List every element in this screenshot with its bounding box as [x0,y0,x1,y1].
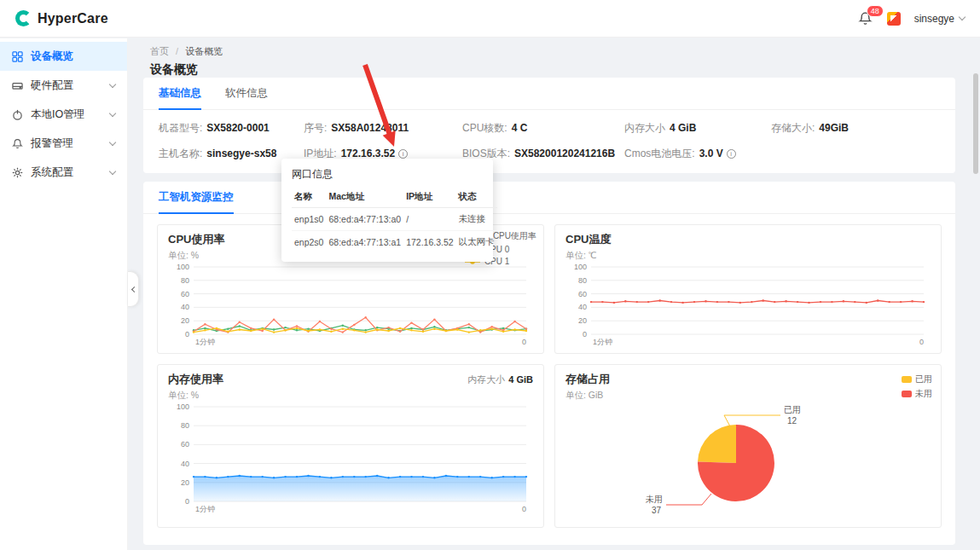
svg-text:0: 0 [522,505,526,513]
sidebar-item-local-io[interactable]: 本地IO管理 [0,100,127,129]
svg-text:0: 0 [522,338,526,346]
svg-text:0: 0 [185,497,189,506]
svg-text:40: 40 [181,460,189,468]
svg-text:20: 20 [181,316,189,325]
device-info-fields: 机器型号:SX5820-0001 序号:SX58A01248011 CPU核数:… [143,110,955,172]
topbar-right: 48 sinsegye [858,11,965,26]
storage-usage-chart-panel: 存储占用 单位: GiB 已用未用 已用12未用37 [554,364,942,528]
alarm-bell-icon [12,138,23,149]
svg-text:1分钟: 1分钟 [195,505,215,513]
sidebar-item-label: 本地IO管理 [31,107,84,122]
svg-text:1分钟: 1分钟 [593,338,612,346]
notifications-button[interactable]: 48 [858,11,873,26]
info-card-tabs: 基础信息 软件信息 [143,78,955,110]
popover-title: 网口信息 [292,167,483,182]
memory-usage-chart-panel: 内存使用率 内存大小4 GiB 单位: % 0204060801001分钟0 [157,364,544,528]
sidebar: 设备概览 硬件配置 本地IO管理 报警管理 [0,38,128,550]
svg-text:60: 60 [181,290,189,298]
charts-grid: CPU使用率 单位: % 总CPU使用率CPU 0CPU 1 020406080… [143,214,955,538]
cpu-usage-chart: 0204060801001分钟0 [168,262,533,347]
svg-text:未用: 未用 [645,495,663,504]
col-name: 名称 [292,187,326,208]
storage-pie-chart: 已用12未用37 [565,402,931,521]
sidebar-item-system-config[interactable]: 系统配置 [0,158,127,187]
field-cmos-voltage: Cmos电池电压:3.0 V [624,147,771,161]
svg-text:100: 100 [177,402,189,411]
svg-text:20: 20 [578,316,587,325]
breadcrumb-separator: / [176,46,178,56]
svg-text:1分钟: 1分钟 [195,338,215,346]
info-icon[interactable] [727,149,736,159]
info-icon[interactable] [398,149,408,159]
chevron-left-icon [130,286,136,292]
sidebar-item-label: 硬件配置 [31,78,73,93]
chevron-down-icon [109,109,116,116]
field-memory-size: 内存大小4 GiB [624,121,771,136]
svg-text:60: 60 [578,290,587,298]
cpu-temp-chart-panel: CPU温度 单位: ℃ 0204060801001分钟0 [554,224,942,354]
chevron-down-icon [109,167,116,174]
chart-title: CPU温度 [565,232,611,247]
org-logo-icon [887,12,901,26]
col-status: 状态 [456,187,497,208]
appstore-icon [12,51,23,62]
breadcrumb-home[interactable]: 首页 [150,46,169,56]
sidebar-item-hardware-config[interactable]: 硬件配置 [0,71,127,100]
col-mac: Mac地址 [326,187,403,208]
hard-drive-icon [12,80,23,91]
page-title: 设备概览 [150,62,980,78]
brand[interactable]: HyperCare [15,10,108,26]
monitor-card-tabs: 工智机资源监控 [143,182,955,214]
svg-text:80: 80 [578,276,587,285]
username: sinsegye [914,13,954,25]
sidebar-collapse-handle[interactable] [128,271,139,307]
svg-text:37: 37 [652,506,662,515]
svg-text:已用: 已用 [784,405,801,414]
hypercare-logo-icon [15,10,32,26]
brand-name: HyperCare [38,11,108,26]
sidebar-item-label: 设备概览 [31,49,73,64]
field-storage-size: 存储大小:49GiB [771,121,940,136]
sidebar-item-device-overview[interactable]: 设备概览 [0,42,127,71]
chart-unit: 单位: ℃ [565,250,931,262]
svg-text:12: 12 [787,416,797,426]
storage-legend: 已用未用 [902,373,932,400]
svg-text:0: 0 [583,330,587,339]
network-port-popover: 网口信息 名称 Mac地址 IP地址 状态 enp1s0 68:ed:a4:77… [281,159,493,262]
cpu-temp-chart: 0204060801001分钟0 [565,262,931,347]
svg-text:0: 0 [919,338,924,346]
chart-unit: 单位: GiB [565,390,931,402]
io-power-icon [12,109,23,120]
tab-resource-monitor[interactable]: 工智机资源监控 [159,182,234,213]
field-serial-number: 序号:SX58A01248011 [304,121,462,136]
breadcrumb: 首页 / 设备概览 [150,45,980,58]
scrollbar-thumb[interactable] [973,73,978,174]
device-info-card: 基础信息 软件信息 机器型号:SX5820-0001 序号:SX58A01248… [143,78,955,173]
memory-size-note: 内存大小4 GiB [467,373,533,386]
notification-badge: 48 [867,5,884,17]
chevron-down-icon [109,80,116,87]
chevron-down-icon [109,138,116,145]
svg-text:60: 60 [181,440,189,449]
field-cpu-cores: CPU核数:4 C [462,121,624,136]
sidebar-item-label: 系统配置 [31,165,73,180]
chart-title: CPU使用率 [168,232,224,247]
tab-basic-info[interactable]: 基础信息 [159,78,201,109]
breadcrumb-current: 设备概览 [185,46,223,56]
chart-title: 存储占用 [565,372,610,387]
user-menu[interactable]: sinsegye [914,13,965,25]
legend-item[interactable]: 已用 [902,373,932,385]
tab-software-info[interactable]: 软件信息 [225,78,268,109]
legend-item[interactable]: 未用 [902,388,932,400]
table-row: enp2s0 68:ed:a4:77:13:a1 172.16.3.52 以太网… [292,231,497,254]
top-header: HyperCare 48 sinsegye [0,0,980,38]
chart-title: 内存使用率 [168,372,223,387]
sidebar-item-alarm-management[interactable]: 报警管理 [0,129,127,158]
sidebar-item-label: 报警管理 [31,136,73,151]
network-port-table: 名称 Mac地址 IP地址 状态 enp1s0 68:ed:a4:77:13:a… [292,187,497,253]
app-root: HyperCare 48 sinsegye 设备概览 [0,0,980,550]
col-ip: IP地址 [403,187,455,208]
memory-usage-chart: 0204060801001分钟0 [168,402,533,514]
svg-text:0: 0 [185,330,189,339]
gear-icon [12,167,23,178]
